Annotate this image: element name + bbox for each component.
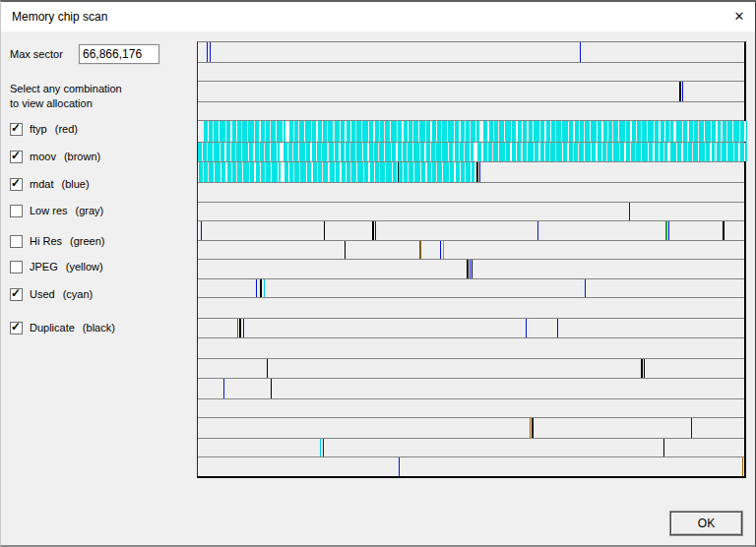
allocation-row	[198, 162, 744, 183]
allocation-row	[198, 42, 744, 63]
checkbox-jpeg[interactable]: JPEG(yellow)	[10, 260, 103, 274]
allocation-tick	[324, 221, 325, 240]
allocation-tick	[742, 457, 743, 476]
allocation-tick	[679, 82, 681, 101]
allocation-tick	[580, 42, 581, 62]
memory-chip-scan-dialog: Memory chip scan ✕ Max sector Select any…	[0, 0, 756, 547]
title-bar: Memory chip scan ✕	[1, 2, 755, 31]
checkbox-moov[interactable]: ✓moov(brown)	[10, 150, 100, 163]
max-sector-input[interactable]	[79, 44, 159, 64]
allocation-tick	[723, 221, 724, 240]
allocation-row	[198, 121, 744, 143]
allocation-row	[198, 298, 744, 319]
allocation-tick	[476, 162, 478, 182]
checkbox-used[interactable]: ✓Used(cyan)	[10, 287, 93, 301]
allocation-tick	[443, 241, 444, 259]
allocation-tick	[644, 359, 645, 378]
allocation-tick	[243, 319, 244, 337]
allocation-tick	[668, 221, 669, 240]
cyan-allocation-stripes	[204, 121, 747, 142]
checkbox-label: JPEG	[30, 261, 58, 273]
allocation-tick	[691, 418, 692, 438]
checked-checkbox-icon[interactable]: ✓	[10, 151, 23, 163]
checkbox-color-note: (brown)	[64, 151, 100, 162]
allocation-tick	[345, 241, 346, 259]
allocation-tick	[237, 319, 238, 337]
checked-checkbox-icon[interactable]: ✓	[10, 288, 23, 301]
allocation-tick	[323, 439, 324, 456]
allocation-tick	[665, 221, 667, 240]
allocation-tick	[629, 203, 630, 220]
checkmark-icon: ✓	[11, 150, 21, 162]
checkbox-label: Used	[30, 288, 55, 300]
allocation-tick	[239, 319, 241, 337]
checkbox-color-note: (cyan)	[63, 288, 94, 300]
allocation-row	[198, 102, 744, 121]
checked-checkbox-icon[interactable]: ✓	[10, 322, 23, 334]
allocation-tick	[641, 359, 643, 378]
allocation-tick	[530, 418, 531, 438]
allocation-row	[198, 379, 744, 399]
allocation-tick	[467, 260, 469, 278]
checkmark-icon: ✓	[11, 177, 21, 190]
allocation-tick	[470, 260, 471, 278]
checked-checkbox-icon[interactable]: ✓	[10, 178, 23, 191]
allocation-row	[198, 221, 744, 241]
allocation-row	[198, 457, 744, 476]
checkbox-label: ftyp	[30, 123, 47, 135]
checkbox-color-note: (blue)	[61, 178, 89, 190]
allocation-tick	[419, 241, 421, 259]
allocation-chart	[197, 41, 746, 478]
allocation-tick	[256, 279, 257, 297]
allocation-tick	[271, 379, 272, 398]
allocation-tick	[267, 359, 268, 378]
checkbox-color-note: (red)	[55, 123, 78, 135]
checkbox-color-note: (yellow)	[66, 261, 103, 273]
unchecked-checkbox-icon[interactable]	[10, 235, 23, 248]
unchecked-checkbox-icon[interactable]	[10, 261, 23, 274]
checkbox-label: Duplicate	[30, 322, 75, 334]
allocation-row	[198, 418, 744, 439]
checkbox-label: Hi Res	[30, 235, 62, 247]
allocation-tick	[744, 457, 746, 476]
allocation-row	[198, 279, 744, 298]
max-sector-label: Max sector	[10, 48, 63, 60]
allocation-tick	[207, 42, 208, 62]
checkbox-hi-res[interactable]: Hi Res(green)	[10, 234, 104, 248]
checkbox-label: moov	[30, 151, 56, 162]
checkmark-icon: ✓	[11, 287, 21, 300]
checked-checkbox-icon[interactable]: ✓	[10, 123, 23, 136]
allocation-tick	[260, 279, 262, 297]
checkbox-ftyp[interactable]: ✓ftyp(red)	[10, 122, 78, 136]
allocation-row	[198, 439, 744, 457]
allocation-tick	[479, 162, 480, 182]
checkbox-color-note: (green)	[70, 235, 104, 247]
close-icon[interactable]: ✕	[729, 7, 749, 27]
cyan-allocation-stripes	[198, 143, 747, 161]
unchecked-checkbox-icon[interactable]	[10, 205, 23, 217]
checkmark-icon: ✓	[11, 122, 21, 135]
allocation-tick	[557, 319, 558, 337]
allocation-row	[198, 203, 744, 221]
window-title: Memory chip scan	[12, 2, 107, 31]
allocation-row	[198, 82, 744, 102]
allocation-row	[198, 359, 744, 379]
checkbox-color-note: (gray)	[76, 205, 104, 216]
checkbox-color-note: (black)	[83, 322, 115, 334]
checkbox-mdat[interactable]: ✓mdat(blue)	[10, 177, 90, 191]
allocation-row	[198, 338, 744, 359]
ok-button[interactable]: OK	[670, 512, 742, 535]
allocation-row	[198, 260, 744, 279]
allocation-row	[198, 183, 744, 203]
allocation-row	[198, 399, 744, 418]
allocation-tick	[210, 42, 211, 62]
checkbox-low-res[interactable]: Low res(gray)	[10, 204, 103, 217]
allocation-row	[198, 241, 744, 260]
allocation-tick	[526, 319, 527, 337]
allocation-tick	[663, 439, 664, 456]
allocation-tick	[223, 379, 224, 398]
instruction-line-2: to view allocation	[10, 97, 93, 109]
checkbox-duplicate[interactable]: ✓Duplicate(black)	[10, 321, 115, 334]
allocation-tick	[372, 221, 374, 240]
allocation-tick	[585, 279, 586, 297]
